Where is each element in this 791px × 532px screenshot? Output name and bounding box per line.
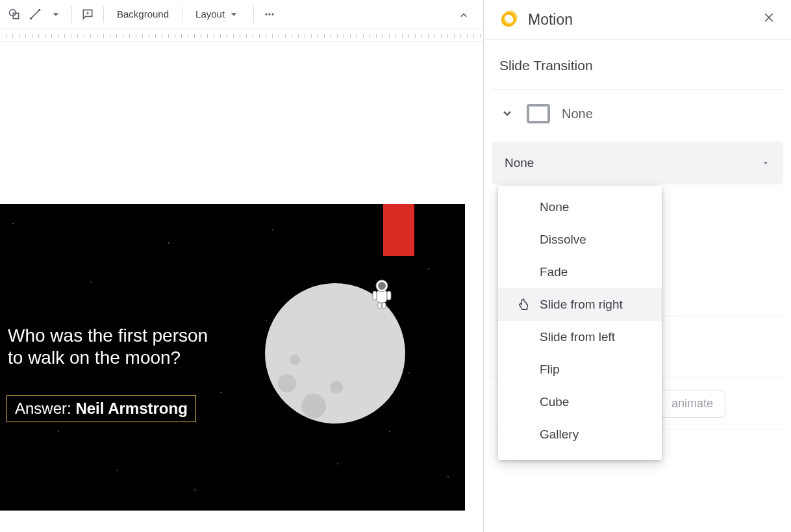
transition-option-dissolve[interactable]: Dissolve: [498, 223, 662, 256]
answer-prefix: Answer:: [15, 399, 75, 417]
transition-option-slide-from-left[interactable]: Slide from left: [498, 321, 662, 353]
svg-point-3: [30, 18, 32, 19]
line-dropdown-button[interactable]: [47, 4, 65, 25]
background-button[interactable]: Background: [110, 4, 175, 25]
svg-rect-16: [383, 303, 386, 309]
transition-option-cube[interactable]: Cube: [498, 386, 662, 418]
cursor-hand-icon: [516, 298, 531, 315]
caret-down-icon: [761, 158, 770, 168]
canvas-area[interactable]: Who was the first person to walk on the …: [0, 42, 481, 532]
chevron-up-icon: [457, 9, 470, 22]
svg-rect-15: [378, 303, 381, 309]
shape-icon: [8, 8, 21, 21]
slide-thumbnail-icon: [527, 104, 550, 123]
more-horizontal-icon: [263, 8, 276, 21]
line-tool-button[interactable]: [26, 4, 44, 25]
svg-point-7: [265, 13, 267, 15]
question-text: Who was the first person to walk on the …: [8, 325, 208, 368]
toolbar-separator: [71, 6, 72, 23]
svg-rect-14: [387, 291, 391, 300]
transition-summary-row[interactable]: None: [484, 90, 791, 142]
transition-option-none[interactable]: None: [498, 191, 662, 223]
close-icon: [762, 11, 775, 24]
comment-button[interactable]: [79, 4, 97, 25]
caret-down-icon: [49, 8, 62, 21]
transition-option-fade[interactable]: Fade: [498, 256, 662, 288]
layout-label: Layout: [195, 8, 225, 19]
svg-line-2: [31, 10, 39, 18]
chevron-down-icon: [499, 106, 515, 121]
background-label: Background: [117, 8, 169, 19]
svg-point-4: [38, 8, 40, 10]
more-tools-button[interactable]: [260, 4, 279, 25]
slide[interactable]: Who was the first person to walk on the …: [0, 204, 465, 511]
astronaut-graphic: [370, 278, 394, 309]
transition-dropdown[interactable]: None: [492, 142, 783, 184]
svg-point-12: [378, 282, 386, 290]
transition-option-slide-from-right[interactable]: Slide from right: [498, 288, 662, 321]
toolbar-separator: [103, 6, 104, 23]
svg-point-9: [271, 13, 273, 15]
animate-label: animate: [672, 397, 713, 410]
svg-point-8: [268, 13, 270, 15]
comment-icon: [81, 8, 94, 21]
red-accent-shape: [383, 204, 414, 256]
transition-option-gallery[interactable]: Gallery: [498, 418, 662, 451]
shape-tool-button[interactable]: [5, 4, 23, 25]
transition-option-flip[interactable]: Flip: [498, 353, 662, 386]
panel-header: Motion: [484, 0, 791, 40]
transition-dropdown-wrap: None None Dissolve Fade Slide from right…: [484, 142, 791, 184]
layout-button[interactable]: Layout: [189, 4, 247, 25]
panel-title: Motion: [528, 11, 752, 29]
answer-value: Neil Armstrong: [75, 399, 187, 417]
answer-box: Answer: Neil Armstrong: [6, 395, 196, 422]
dropdown-value: None: [505, 156, 534, 170]
motion-icon: [499, 10, 518, 29]
current-transition-label: None: [562, 107, 593, 121]
animate-button[interactable]: animate: [659, 390, 725, 418]
motion-panel: Motion Slide Transition None None None D…: [484, 0, 791, 532]
transition-dropdown-menu: None Dissolve Fade Slide from right Slid…: [498, 186, 662, 460]
toolbar-separator: [182, 6, 182, 23]
collapse-toolbar-button[interactable]: [455, 5, 473, 26]
line-icon: [29, 8, 42, 21]
close-panel-button[interactable]: [762, 11, 775, 28]
caret-down-icon: [227, 8, 240, 21]
section-title: Slide Transition: [484, 40, 791, 89]
toolbar-separator: [253, 6, 254, 23]
svg-rect-13: [373, 291, 377, 300]
